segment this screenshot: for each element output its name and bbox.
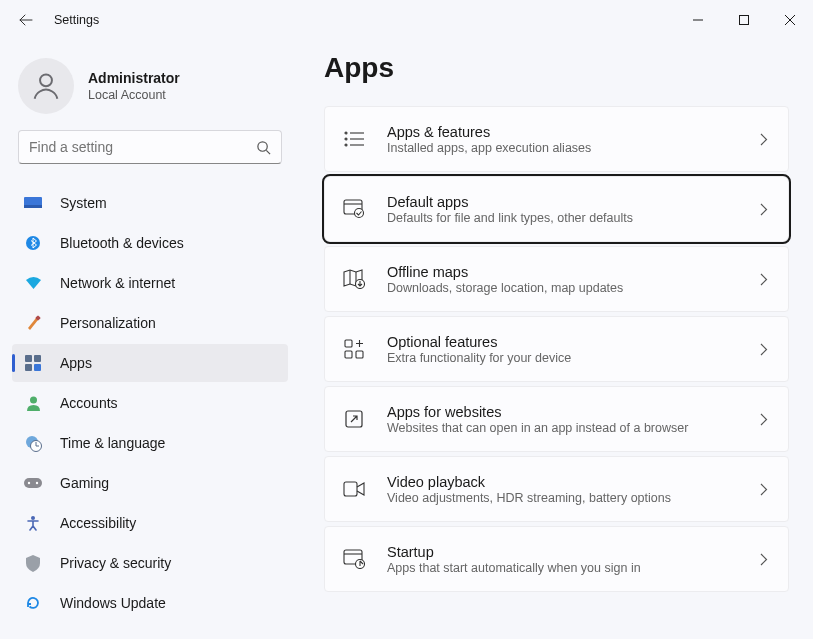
video-icon (343, 478, 365, 500)
sidebar-item-gaming[interactable]: Gaming (12, 464, 288, 502)
apps-plus-icon (343, 338, 365, 360)
svg-point-3 (258, 141, 267, 150)
sidebar-item-label: Network & internet (60, 275, 175, 291)
person-icon (29, 69, 63, 103)
cards-list: Apps & features Installed apps, app exec… (324, 106, 789, 592)
gamepad-icon (24, 474, 42, 492)
chevron-right-icon (760, 273, 768, 286)
bluetooth-icon (24, 234, 42, 252)
svg-point-17 (28, 482, 30, 484)
card-subtitle: Apps that start automatically when you s… (387, 561, 738, 575)
sidebar-item-system[interactable]: System (12, 184, 288, 222)
minimize-icon (693, 15, 703, 25)
svg-point-22 (345, 138, 347, 140)
svg-rect-31 (345, 351, 352, 358)
card-subtitle: Video adjustments, HDR streaming, batter… (387, 491, 738, 505)
card-title: Offline maps (387, 264, 738, 280)
sidebar-item-label: Apps (60, 355, 92, 371)
sidebar-item-accounts[interactable]: Accounts (12, 384, 288, 422)
system-icon (24, 194, 42, 212)
avatar (18, 58, 74, 114)
sidebar-item-network[interactable]: Network & internet (12, 264, 288, 302)
sidebar-item-label: Gaming (60, 475, 109, 491)
back-button[interactable] (8, 2, 44, 38)
svg-point-18 (36, 482, 38, 484)
chevron-right-icon (760, 133, 768, 146)
svg-rect-11 (25, 364, 32, 371)
maximize-icon (739, 15, 749, 25)
profile-block[interactable]: Administrator Local Account (4, 48, 296, 130)
card-apps-for-websites[interactable]: Apps for websites Websites that can open… (324, 386, 789, 452)
svg-point-2 (40, 74, 52, 86)
svg-rect-9 (25, 355, 32, 362)
close-button[interactable] (767, 4, 813, 36)
clock-globe-icon (24, 434, 42, 452)
sidebar-item-label: Bluetooth & devices (60, 235, 184, 251)
sidebar-nav: System Bluetooth & devices Network & int… (4, 176, 296, 622)
sidebar-item-label: Time & language (60, 435, 165, 451)
card-default-apps[interactable]: Default apps Defaults for file and link … (324, 176, 789, 242)
chevron-right-icon (760, 413, 768, 426)
search-box[interactable] (18, 130, 282, 164)
person-solid-icon (24, 394, 42, 412)
svg-point-24 (345, 144, 347, 146)
paintbrush-icon (24, 314, 42, 332)
sidebar-item-accessibility[interactable]: Accessibility (12, 504, 288, 542)
maximize-button[interactable] (721, 4, 767, 36)
card-title: Optional features (387, 334, 738, 350)
card-subtitle: Installed apps, app execution aliases (387, 141, 738, 155)
svg-line-4 (266, 150, 270, 154)
search-input[interactable] (29, 139, 256, 155)
main-panel: Apps Apps & features Installed apps, app… (300, 40, 813, 639)
wifi-icon (24, 274, 42, 292)
svg-rect-30 (345, 340, 352, 347)
chevron-right-icon (760, 203, 768, 216)
card-title: Apps for websites (387, 404, 738, 420)
card-title: Video playback (387, 474, 738, 490)
svg-rect-10 (34, 355, 41, 362)
card-title: Startup (387, 544, 738, 560)
svg-rect-12 (34, 364, 41, 371)
sidebar-item-personalization[interactable]: Personalization (12, 304, 288, 342)
minimize-button[interactable] (675, 4, 721, 36)
window-title: Settings (54, 13, 99, 27)
svg-point-19 (31, 516, 35, 520)
svg-rect-1 (740, 16, 749, 25)
update-icon (24, 594, 42, 612)
card-offline-maps[interactable]: Offline maps Downloads, storage location… (324, 246, 789, 312)
accessibility-icon (24, 514, 42, 532)
chevron-right-icon (760, 553, 768, 566)
list-icon (343, 128, 365, 150)
sidebar-item-apps[interactable]: Apps (12, 344, 288, 382)
card-optional-features[interactable]: Optional features Extra functionality fo… (324, 316, 789, 382)
window-controls (675, 4, 813, 36)
svg-rect-6 (24, 205, 42, 208)
open-external-icon (343, 408, 365, 430)
card-video-playback[interactable]: Video playback Video adjustments, HDR st… (324, 456, 789, 522)
svg-rect-32 (356, 351, 363, 358)
startup-icon (343, 548, 365, 570)
card-apps-features[interactable]: Apps & features Installed apps, app exec… (324, 106, 789, 172)
sidebar-item-windows-update[interactable]: Windows Update (12, 584, 288, 622)
card-startup[interactable]: Startup Apps that start automatically wh… (324, 526, 789, 592)
chevron-right-icon (760, 343, 768, 356)
sidebar-item-privacy[interactable]: Privacy & security (12, 544, 288, 582)
sidebar-item-label: Accessibility (60, 515, 136, 531)
search-icon (256, 140, 271, 155)
sidebar-item-label: Personalization (60, 315, 156, 331)
card-title: Default apps (387, 194, 738, 210)
sidebar-item-label: Privacy & security (60, 555, 171, 571)
card-subtitle: Websites that can open in an app instead… (387, 421, 738, 435)
close-icon (785, 15, 795, 25)
default-apps-icon (343, 198, 365, 220)
svg-rect-16 (24, 478, 42, 488)
sidebar-item-label: System (60, 195, 107, 211)
sidebar-item-time-language[interactable]: Time & language (12, 424, 288, 462)
map-download-icon (343, 268, 365, 290)
card-subtitle: Extra functionality for your device (387, 351, 738, 365)
sidebar-item-bluetooth[interactable]: Bluetooth & devices (12, 224, 288, 262)
apps-icon (24, 354, 42, 372)
svg-point-20 (345, 132, 347, 134)
svg-rect-34 (344, 482, 357, 496)
card-subtitle: Downloads, storage location, map updates (387, 281, 738, 295)
